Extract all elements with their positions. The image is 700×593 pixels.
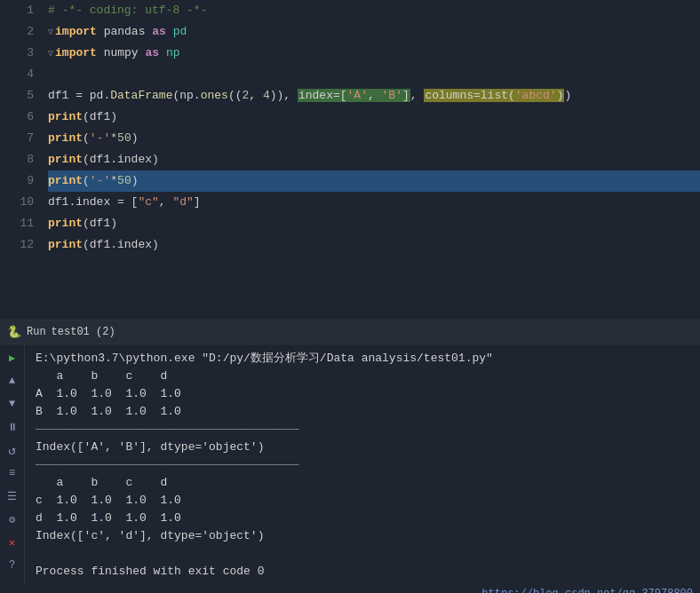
- play-button[interactable]: ▶: [3, 348, 22, 368]
- output-separator-2: ——————————————————————————————————————: [36, 456, 689, 474]
- code-line-1: # -*- coding: utf-8 -*-: [48, 0, 700, 21]
- line-numbers: 1 2 3 4 5 6 7 8 9 10 11 12: [0, 0, 44, 320]
- down-button[interactable]: ▼: [3, 394, 22, 414]
- code-line-10: df1.index = ["c", "d"]: [48, 192, 700, 213]
- output-row-a: A 1.0 1.0 1.0 1.0: [36, 385, 689, 403]
- code-line-5: df1 = pd.DataFrame(np.ones((2, 4)), inde…: [48, 85, 700, 107]
- code-line-2: ▽import pandas as pd: [48, 21, 700, 43]
- code-line-4: [48, 64, 700, 85]
- output-header-2: a b c d: [36, 474, 689, 492]
- output-row-c: c 1.0 1.0 1.0 1.0: [36, 492, 689, 510]
- output-separator-1: ——————————————————————————————————————: [36, 421, 689, 439]
- run-tab: 🐍 Run test01 (2): [0, 320, 700, 344]
- run-content: ▶ ▲ ▼ ⏸ ↺ ≡ ☰ ⚙ ✕ ? E:\python3.7\python.…: [0, 344, 700, 586]
- code-line-9: print('-'*50): [48, 170, 700, 192]
- code-line-12: print(df1.index): [48, 234, 700, 256]
- code-line-8: print(df1.index): [48, 149, 700, 170]
- output-exit: Process finished with exit code 0: [36, 563, 689, 581]
- run-panel: 🐍 Run test01 (2) ▶ ▲ ▼ ⏸ ↺ ≡ ☰ ⚙ ✕ ? E:\…: [0, 320, 700, 593]
- close-button[interactable]: ✕: [3, 533, 22, 552]
- settings-button[interactable]: ⚙: [3, 510, 22, 529]
- output-index-1: Index(['A', 'B'], dtype='object'): [36, 439, 689, 456]
- editor-area: 1 2 3 4 5 6 7 8 9 10 11 12 # -*- coding:…: [0, 0, 700, 320]
- output-blank: [36, 545, 689, 563]
- list1-button[interactable]: ≡: [3, 463, 22, 483]
- pause-button[interactable]: ⏸: [3, 417, 22, 437]
- output-command: E:\python3.7\python.exe "D:/py/数据分析学习/Da…: [36, 350, 689, 368]
- output-header: a b c d: [36, 368, 689, 385]
- run-icon: 🐍: [7, 325, 21, 339]
- run-tab-file: test01 (2): [52, 326, 115, 338]
- list2-button[interactable]: ☰: [3, 486, 22, 506]
- output-index-2: Index(['c', 'd'], dtype='object'): [36, 527, 689, 545]
- up-button[interactable]: ▲: [3, 371, 22, 391]
- code-line-6: print(df1): [48, 107, 700, 128]
- output-row-b: B 1.0 1.0 1.0 1.0: [36, 403, 689, 421]
- run-tab-label: Run: [27, 326, 46, 338]
- help-button[interactable]: ?: [3, 556, 22, 575]
- code-line-3: ▽import numpy as np: [48, 43, 700, 64]
- code-line-7: print('-'*50): [48, 128, 700, 149]
- code-lines: # -*- coding: utf-8 -*- ▽import pandas a…: [44, 0, 700, 320]
- output-area: E:\python3.7\python.exe "D:/py/数据分析学习/Da…: [25, 344, 700, 586]
- output-row-d: d 1.0 1.0 1.0 1.0: [36, 510, 689, 527]
- rerun-button[interactable]: ↺: [3, 440, 22, 460]
- code-line-11: print(df1): [48, 213, 700, 234]
- footer-link[interactable]: https://blog.csdn.net/qq_37978800: [0, 586, 700, 593]
- run-toolbar: ▶ ▲ ▼ ⏸ ↺ ≡ ☰ ⚙ ✕ ?: [0, 344, 25, 586]
